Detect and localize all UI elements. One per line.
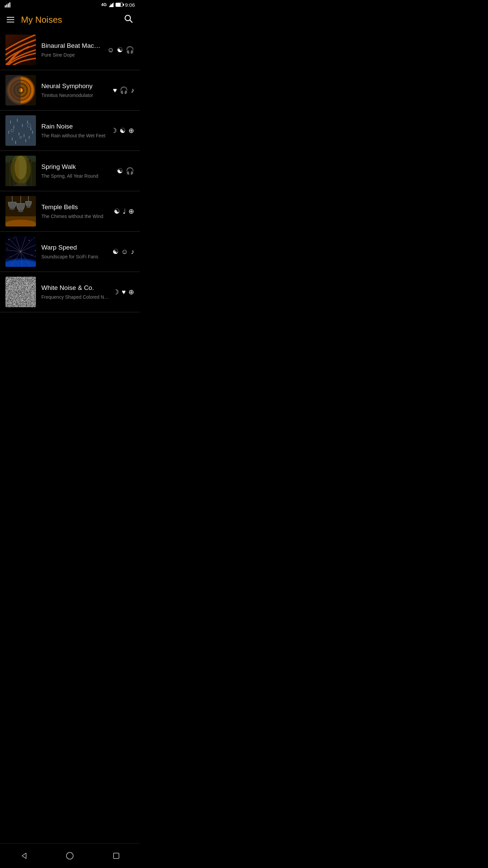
noise-title: Temple Bells: [41, 203, 110, 211]
svg-rect-1: [6, 4, 7, 7]
noise-content: Spring Walk The Spring, All Year Round: [41, 163, 114, 179]
svg-point-75: [7, 248, 7, 249]
svg-line-7: [130, 20, 132, 22]
signal-strength-icon: [109, 2, 114, 7]
list-item[interactable]: Warp Speed Soundscape for SciFi Fans ☯ ☺…: [0, 232, 140, 272]
svg-point-24: [27, 120, 28, 124]
noise-icons: ☯ 🎧: [117, 167, 134, 174]
list-item[interactable]: Temple Bells The Chimes without the Wind…: [0, 191, 140, 232]
noise-subtitle: Soundscape for SciFi Fans: [41, 254, 109, 259]
list-item[interactable]: Binaural Beat Machine Pure Sine Dope ☺ ☯…: [0, 30, 140, 70]
list-item[interactable]: Neural Symphony Tinnitus Neuromodulator …: [0, 70, 140, 111]
noise-icons: ♥ 🎧 ♪: [113, 87, 134, 94]
svg-rect-16: [5, 75, 21, 105]
noise-subtitle: The Spring, All Year Round: [41, 173, 114, 179]
noise-icons: ☯ ♩ ⊕: [114, 208, 134, 215]
noise-content: Warp Speed Soundscape for SciFi Fans: [41, 244, 109, 259]
noise-subtitle: Pure Sine Dope: [41, 52, 104, 58]
crosshair-icon: ⊕: [128, 127, 134, 134]
noise-content: Temple Bells The Chimes without the Wind: [41, 203, 110, 219]
smiley-icon: ☺: [121, 248, 128, 255]
svg-point-73: [29, 240, 29, 241]
status-right: 4G 9:06: [101, 2, 135, 8]
svg-point-29: [29, 136, 29, 139]
thumbnail-warp: [5, 236, 36, 267]
noise-list: Binaural Beat Machine Pure Sine Dope ☺ ☯…: [0, 30, 140, 312]
header: My Noises: [0, 9, 140, 30]
thumbnail-white: [5, 277, 36, 307]
svg-point-76: [35, 250, 36, 251]
svg-point-45: [15, 156, 27, 179]
svg-point-74: [34, 238, 34, 238]
svg-rect-2: [8, 3, 9, 7]
noise-title: Spring Walk: [41, 163, 114, 171]
moon-icon: ☽: [113, 289, 119, 295]
noise-title: Warp Speed: [41, 244, 109, 251]
search-button[interactable]: [123, 13, 134, 26]
noise-subtitle: The Rain without the Wet Feet: [41, 133, 107, 138]
svg-point-51: [18, 210, 23, 212]
noise-subtitle: Frequency Shaped Colored Noise Generator: [41, 294, 109, 300]
thumbnail-binaural: [5, 35, 36, 65]
svg-point-23: [22, 124, 23, 127]
svg-marker-5: [109, 2, 111, 7]
svg-point-71: [8, 239, 9, 240]
thumbnail-spring: [5, 156, 36, 186]
noise-content: Binaural Beat Machine Pure Sine Dope: [41, 42, 104, 58]
svg-rect-19: [5, 115, 36, 146]
status-left: [5, 2, 12, 7]
list-item[interactable]: Spring Walk The Spring, All Year Round ☯…: [0, 151, 140, 191]
noise-title: White Noise & Co.: [41, 284, 109, 292]
svg-point-72: [14, 238, 14, 238]
noise-content: Rain Noise The Rain without the Wet Feet: [41, 123, 107, 138]
list-item[interactable]: White Noise & Co. Frequency Shaped Color…: [0, 272, 140, 312]
yin-yang-icon: ☯: [114, 208, 120, 215]
svg-point-53: [26, 206, 30, 208]
svg-point-22: [17, 119, 18, 122]
noise-icons: ☽ ☯ ⊕: [111, 127, 134, 134]
moon-icon: ☽: [111, 127, 117, 134]
note-icon: ♪: [131, 87, 134, 94]
svg-point-30: [12, 137, 13, 141]
svg-point-77: [10, 256, 11, 257]
noise-title: Binaural Beat Machine: [41, 42, 104, 50]
svg-point-49: [9, 208, 15, 210]
svg-point-27: [19, 132, 19, 136]
noise-icons: ☺ ☯ 🎧: [107, 46, 134, 53]
svg-point-21: [14, 125, 14, 129]
svg-point-20: [10, 120, 11, 124]
network-type: 4G: [101, 2, 107, 7]
noise-subtitle: The Chimes without the Wind: [41, 214, 110, 219]
svg-point-33: [25, 139, 26, 142]
svg-point-25: [30, 127, 31, 131]
thumbnail-temple: [5, 196, 36, 226]
heart-icon: ♥: [113, 87, 117, 94]
list-item[interactable]: Rain Noise The Rain without the Wet Feet…: [0, 111, 140, 151]
menu-button[interactable]: [5, 16, 16, 24]
noise-title: Neural Symphony: [41, 82, 109, 90]
noise-content: White Noise & Co. Frequency Shaped Color…: [41, 284, 109, 300]
svg-point-31: [32, 131, 33, 134]
clock: 9:06: [125, 2, 135, 8]
battery-icon: [116, 3, 123, 7]
note-icon: ♪: [131, 248, 134, 255]
status-bar: 4G 9:06: [0, 0, 140, 9]
page-title: My Noises: [21, 15, 123, 25]
svg-rect-39: [5, 162, 9, 186]
thumbnail-neural: [5, 75, 36, 105]
headphones-icon: 🎧: [120, 87, 128, 94]
headphones-icon: 🎧: [126, 167, 134, 174]
svg-rect-3: [9, 2, 11, 7]
note-icon: ♩: [123, 208, 126, 215]
svg-rect-0: [5, 5, 6, 7]
svg-point-28: [24, 134, 24, 137]
noise-title: Rain Noise: [41, 123, 107, 130]
yin-yang-icon: ☯: [117, 167, 123, 174]
crosshair-icon: ⊕: [128, 289, 134, 295]
smiley-icon: ☺: [107, 46, 114, 53]
signal-bars-icon: [5, 2, 12, 7]
noise-icons: ☯ ☺ ♪: [113, 248, 134, 255]
headphones-icon: 🎧: [126, 46, 134, 53]
svg-rect-43: [32, 162, 36, 186]
noise-icons: ☽ ♥ ⊕: [113, 289, 134, 295]
